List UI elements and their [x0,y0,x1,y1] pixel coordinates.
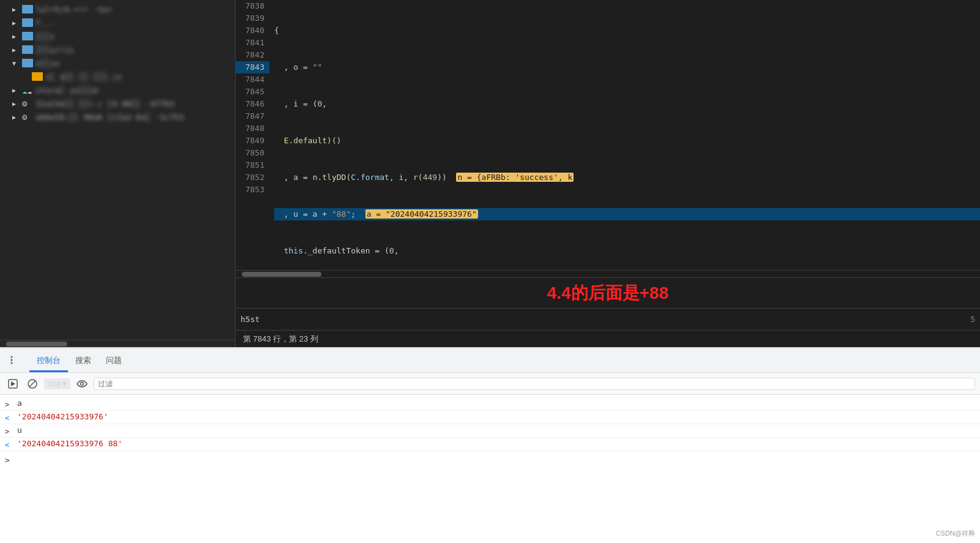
top-selector[interactable]: top ▼ [44,378,70,389]
line-num-7844: 7844 [236,73,269,86]
line-num-7838: 7838 [236,0,269,12]
string-val-u: '20240404215933976 88' [17,439,122,448]
execute-icon[interactable] [5,376,21,392]
line-num-7853: 7853 [236,184,269,196]
cursor-position: 第 7843 行，第 23 列 [243,334,318,345]
tab-issues-label: 问题 [106,355,122,366]
filter-input[interactable] [94,378,975,390]
tree-item-1[interactable]: ▶ lul•h/4.••• -ter [0,2,235,16]
output-icon-a: < [5,414,17,422]
variable-a: a [17,399,22,408]
console-output[interactable]: > a < '20240404215933976' > u [0,395,980,543]
eye-icon[interactable] [74,376,90,392]
top-arrow: ▼ [62,380,67,388]
cloud-icon-7: ☁ [22,86,33,94]
console-output-a: '20240404215933976' [17,412,975,421]
svg-point-7 [80,382,83,385]
line-num-7843: 7843 [236,61,269,73]
tree-item-9[interactable]: ▶ ⚙ a66e58:░░ 98a6 ░+2a2-8a░ -5cf53 [0,110,235,124]
bottom-panel: 控制台 搜索 问题 [0,347,980,543]
svg-point-1 [11,359,13,361]
console-empty-row: > [0,451,980,468]
output-icon-u: < [5,441,17,449]
line-num-7848: 7848 [236,122,269,135]
code-hscrollbar[interactable] [236,270,980,277]
code-line-7840: , i = (0, [274,98,980,110]
tab-search-input[interactable] [241,315,970,324]
arrow-icon-3: ▶ [12,33,22,40]
console-prompt: > [5,455,10,465]
input-icon-a: > [5,400,17,409]
annotation-text: 4.4的后面是+88 [547,282,668,305]
console-content-a: a [17,399,975,408]
tree-item-2[interactable]: ▶ f... [0,16,235,29]
svg-point-2 [11,362,13,364]
svg-point-0 [11,356,13,358]
block-icon[interactable] [24,376,40,392]
console-toolbar: top ▼ [0,373,980,395]
folder-icon-5 [22,59,33,67]
folder-icon-1 [22,5,33,13]
tab-search[interactable]: 搜索 [68,350,99,372]
line-num-7839: 7839 [236,12,269,24]
svg-marker-4 [11,381,15,386]
sidebar-scrollbar[interactable] [0,340,235,347]
code-content[interactable]: { , o = "" , i = (0, E.default)() , a = … [269,0,980,270]
arrow-icon-8: ▶ [12,100,22,107]
highlight-7842: n = {aFRBb: 'success', k [456,173,574,182]
line-num-7852: 7852 [236,171,269,184]
top-label: top [48,380,61,388]
tree-item-6[interactable]: s░ a░░ ░░ ░░░.js [0,70,235,83]
line-num-7842: 7842 [236,49,269,61]
console-output-u: '20240404215933976 88' [17,439,975,448]
line-num-7850: 7850 [236,147,269,159]
sidebar-scrollbar-thumb[interactable] [6,342,67,346]
file-tree[interactable]: ▶ lul•h/4.••• -ter ▶ f... ▶ ░░░s [0,0,235,340]
tree-label-1: lul•h/4.••• -ter [36,5,112,14]
line-num-7849: 7849 [236,135,269,147]
highlight-7843: a = "20240404215933976" [365,209,478,219]
variable-u: u [17,425,22,435]
annotation-bar: 4.4的后面是+88 [236,277,980,308]
tree-label-6: s░ a░░ ░░ ░░░.js [45,72,122,81]
line-num-7845: 7845 [236,86,269,98]
tree-item-8[interactable]: ▶ ⚙ 31a13e░░ ░░l-/ ░4-98░░ -9ff63 [0,97,235,110]
sidebar: ▶ lul•h/4.••• -ter ▶ f... ▶ ░░░s [0,0,236,347]
console-row-a-input: > a [0,397,980,411]
tab-console[interactable]: 控制台 [29,350,68,372]
watermark-text: CSDN@祥释 [936,530,975,537]
arrow-icon-2: ▶ [12,20,22,26]
tree-item-7[interactable]: ▶ ☁ stora░ jo░░░m [0,83,235,97]
code-line-7839: , o = "" [274,61,980,73]
tree-label-3: ░░░s [36,32,54,41]
code-line-7842: , a = n.tlyDD(C.format, i, r(449)) n = {… [274,171,980,184]
tab-issues[interactable]: 问题 [99,350,129,372]
file-icon-6 [32,72,43,81]
code-line-7844: this._defaultToken = (0, [274,245,980,257]
arrow-icon-1: ▶ [12,6,22,13]
tree-item-5[interactable]: ▼ n░░in [0,56,235,70]
line-numbers: 7838 7839 7840 7841 7842 7843 7844 7845 … [236,0,269,270]
folder-icon-2 [22,18,33,27]
editor-area: 7838 7839 7840 7841 7842 7843 7844 7845 … [236,0,980,347]
tree-label-7: stora░ jo░░░m [36,86,98,95]
code-line-7841: E.default)() [274,135,980,147]
tree-item-4[interactable]: ▶ ░░░u/ris [0,43,235,56]
arrow-icon-5: ▼ [12,60,22,67]
devtools-menu-icon[interactable] [5,348,24,372]
code-view: 7838 7839 7840 7841 7842 7843 7844 7845 … [236,0,980,270]
line-num-7846: 7846 [236,98,269,110]
tree-item-3[interactable]: ▶ ░░░s [0,29,235,43]
tree-label-9: a66e58:░░ 98a6 ░+2a2-8a░ -5cf53 [36,113,184,122]
console-row-u-output: < '20240404215933976 88' [0,438,980,451]
tree-label-5: n░░in [36,59,59,68]
folder-icon-4 [22,45,33,54]
status-bar: 第 7843 行，第 23 列 [236,330,980,347]
tree-label-2: f... [36,18,54,28]
code-hscrollbar-thumb[interactable] [242,272,321,277]
line-num-7841: 7841 [236,37,269,49]
tree-label-8: 31a13e░░ ░░l-/ ░4-98░░ -9ff63 [36,99,174,108]
upper-section: ▶ lul•h/4.••• -ter ▶ f... ▶ ░░░s [0,0,980,347]
tab-search-label: 搜索 [75,355,91,366]
line-num-7847: 7847 [236,110,269,122]
